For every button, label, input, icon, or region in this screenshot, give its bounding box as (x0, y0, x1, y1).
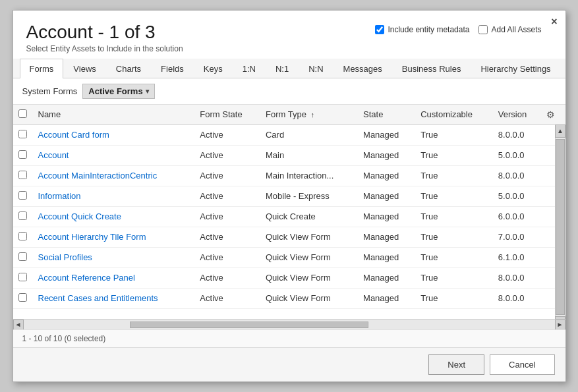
row-customizable-cell: True (415, 267, 493, 288)
row-form-type-cell: Quick View Form (260, 247, 358, 267)
tab-1n[interactable]: 1:N (233, 59, 266, 78)
dialog: × Account - 1 of 3 Select Entity Assets … (13, 10, 566, 382)
table-row: Recent Cases and Entitlements Active Qui… (13, 288, 565, 308)
row-checkbox[interactable] (18, 252, 27, 261)
sort-icon: ↑ (311, 111, 315, 119)
row-checkbox[interactable] (18, 191, 27, 200)
add-all-assets-checkbox[interactable] (478, 25, 488, 34)
row-name-cell: Account (33, 145, 195, 165)
row-form-type-cell: Quick View Form (260, 288, 358, 308)
row-name-link[interactable]: Account (38, 150, 69, 160)
tab-keys[interactable]: Keys (194, 59, 233, 78)
row-checkbox[interactable] (18, 273, 27, 281)
add-all-assets-option: Add All Assets (478, 25, 541, 34)
pagination-bar: 1 - 10 of 10 (0 selected) (13, 329, 565, 347)
row-name-link[interactable]: Account Hierarchy Tile Form (38, 232, 146, 242)
row-checkbox-cell[interactable] (13, 186, 33, 206)
row-customizable-cell: True (415, 288, 493, 308)
row-checkbox-cell[interactable] (13, 125, 33, 145)
table-row: Account Card form Active Card Managed Tr… (13, 125, 565, 145)
row-version-cell: 5.0.0.0 (493, 186, 542, 206)
col-check[interactable] (13, 105, 33, 125)
cancel-button[interactable]: Cancel (490, 354, 554, 375)
row-name-link[interactable]: Account Reference Panel (38, 273, 135, 283)
row-state-cell: Managed (358, 145, 415, 165)
tab-nn[interactable]: N:N (299, 59, 333, 78)
tab-business-rules[interactable]: Business Rules (392, 59, 471, 78)
row-customizable-cell: True (415, 227, 493, 247)
tab-charts[interactable]: Charts (106, 59, 151, 78)
close-button[interactable]: × (551, 16, 557, 28)
vertical-scrollbar[interactable]: ▲ ▼ (555, 125, 565, 329)
scroll-thumb[interactable] (556, 139, 565, 315)
hscroll-thumb[interactable] (130, 322, 369, 328)
col-form-state[interactable]: Form State (194, 105, 260, 125)
row-checkbox[interactable] (18, 211, 27, 220)
row-checkbox[interactable] (18, 130, 27, 138)
row-form-type-cell: Quick View Form (260, 267, 358, 288)
row-name-link[interactable]: Social Profiles (38, 252, 92, 262)
row-state-cell: Managed (358, 206, 415, 227)
row-name-link[interactable]: Account MainInteractionCentric (38, 171, 158, 181)
table-row: Account Active Main Managed True 5.0.0.0 (13, 145, 565, 165)
row-checkbox[interactable] (18, 232, 27, 240)
col-version[interactable]: Version (493, 105, 542, 125)
gear-icon[interactable]: ⚙ (546, 109, 555, 120)
include-metadata-option: Include entity metadata (375, 25, 469, 34)
row-name-link[interactable]: Recent Cases and Entitlements (38, 293, 158, 303)
row-version-cell: 6.0.0.0 (493, 206, 542, 227)
footer: Next Cancel (13, 347, 565, 381)
col-form-type[interactable]: Form Type ↑ (260, 105, 358, 125)
col-name[interactable]: Name (33, 105, 195, 125)
tab-hierarchy-settings[interactable]: Hierarchy Settings (471, 59, 560, 78)
hscroll-left-button[interactable]: ◄ (13, 320, 24, 330)
row-checkbox-cell[interactable] (13, 165, 33, 186)
dialog-options: Include entity metadata Add All Assets (375, 25, 541, 34)
tabs-bar: Forms Views Charts Fields Keys 1:N N:1 N… (13, 59, 565, 78)
row-name-cell: Account Reference Panel (33, 267, 195, 288)
col-customizable[interactable]: Customizable (415, 105, 493, 125)
row-version-cell: 8.0.0.0 (493, 125, 542, 145)
row-state-cell: Managed (358, 165, 415, 186)
next-button[interactable]: Next (428, 354, 484, 375)
row-name-link[interactable]: Account Card form (38, 130, 109, 140)
select-all-checkbox[interactable] (18, 109, 27, 118)
row-checkbox[interactable] (18, 293, 27, 302)
col-state[interactable]: State (358, 105, 415, 125)
row-checkbox-cell[interactable] (13, 227, 33, 247)
col-settings[interactable]: ⚙ (541, 105, 565, 125)
table-row: Account Reference Panel Active Quick Vie… (13, 267, 565, 288)
row-checkbox[interactable] (18, 150, 27, 159)
scroll-up-button[interactable]: ▲ (555, 125, 565, 138)
row-name-cell: Account MainInteractionCentric (33, 165, 195, 186)
row-form-state-cell: Active (194, 165, 260, 186)
include-metadata-checkbox[interactable] (375, 25, 384, 34)
row-customizable-cell: True (415, 206, 493, 227)
table-container: Name Form State Form Type ↑ State Custom… (13, 105, 565, 329)
row-checkbox-cell[interactable] (13, 247, 33, 267)
row-name-cell: Account Quick Create (33, 206, 195, 227)
tab-fields[interactable]: Fields (151, 59, 194, 78)
row-checkbox-cell[interactable] (13, 145, 33, 165)
row-checkbox[interactable] (18, 171, 27, 179)
row-form-state-cell: Active (194, 288, 260, 308)
table-scroll[interactable]: Name Form State Form Type ↑ State Custom… (13, 105, 565, 319)
tab-views[interactable]: Views (63, 59, 105, 78)
table-row: Account Quick Create Active Quick Create… (13, 206, 565, 227)
tab-messages[interactable]: Messages (333, 59, 392, 78)
row-name-link[interactable]: Information (38, 191, 81, 201)
row-checkbox-cell[interactable] (13, 267, 33, 288)
hscroll-right-button[interactable]: ► (555, 320, 565, 330)
row-customizable-cell: True (415, 145, 493, 165)
row-checkbox-cell[interactable] (13, 288, 33, 308)
include-metadata-label: Include entity metadata (388, 25, 469, 34)
row-checkbox-cell[interactable] (13, 206, 33, 227)
tab-n1[interactable]: N:1 (266, 59, 299, 78)
horizontal-scrollbar[interactable]: ◄ ► (13, 319, 565, 329)
row-name-link[interactable]: Account Quick Create (38, 211, 121, 221)
row-state-cell: Managed (358, 186, 415, 206)
active-forms-dropdown[interactable]: Active Forms ▾ (82, 84, 154, 99)
row-form-type-cell: Main Interaction... (260, 165, 358, 186)
tab-forms[interactable]: Forms (20, 59, 64, 78)
row-name-cell: Account Hierarchy Tile Form (33, 227, 195, 247)
